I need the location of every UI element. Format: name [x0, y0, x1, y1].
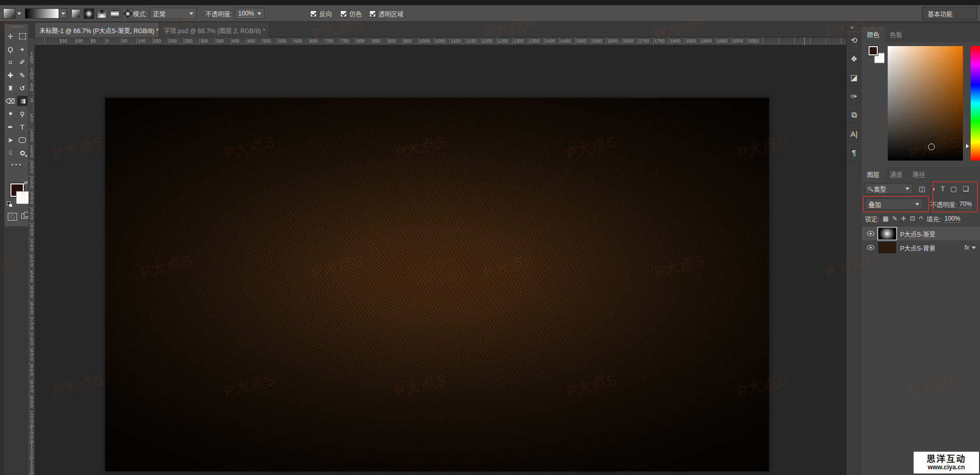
document-tab-active[interactable]: 未标题-1 @ 66.7% (P大点S-渐变, RGB/8) * ×	[35, 23, 159, 37]
swap-colors-icon[interactable]: ⇄	[23, 180, 27, 185]
shape-tool[interactable]	[17, 135, 27, 145]
path-selection-tool[interactable]: ➤	[5, 135, 16, 145]
gradient-tool[interactable]	[17, 96, 27, 106]
ruler-tick-label: 1700	[639, 38, 649, 44]
opacity-select[interactable]: 100%	[235, 8, 264, 19]
dodge-tool[interactable]: ⚲	[17, 109, 27, 119]
layer-effects-fx-badge[interactable]: fx	[964, 244, 969, 251]
tab-swatches[interactable]: 色板	[885, 27, 907, 42]
ruler-tick-label: 250	[29, 176, 34, 189]
type-tool[interactable]: T	[17, 122, 27, 132]
brush-tool[interactable]: ✎	[17, 70, 27, 80]
document-tab-title: 字效.psd @ 66.7% (图层 2, RGB/8) *	[164, 26, 265, 35]
document-tab-title: 未标题-1 @ 66.7% (P大点S-渐变, RGB/8) *	[39, 26, 159, 35]
ruler-tick-label: 2000	[733, 38, 743, 44]
angle-gradient-button[interactable]	[96, 8, 107, 19]
layer-filter-type-select[interactable]: 类型	[865, 183, 913, 194]
lasso-tool[interactable]: Ϙ	[5, 44, 16, 54]
background-color-swatch[interactable]	[16, 191, 29, 204]
layer-name: P大点S-渐变	[900, 229, 935, 238]
blend-mode-select[interactable]: 正常	[150, 8, 197, 19]
clone-source-panel-icon[interactable]: ⧉	[846, 106, 862, 124]
document-tab-inactive[interactable]: 字效.psd @ 66.7% (图层 2, RGB/8) * ×	[160, 23, 269, 37]
gradient-picker[interactable]	[25, 5, 67, 22]
layer-row-selected[interactable]: P大点S-渐变	[862, 227, 980, 240]
filter-type-layers-icon[interactable]: T	[941, 185, 945, 193]
gradient-tool-preset-icon	[3, 8, 16, 19]
ruler-origin-corner[interactable]	[29, 38, 35, 45]
move-tool[interactable]: ✛	[5, 31, 16, 41]
crop-tool[interactable]: ⌗	[5, 57, 16, 67]
chevron-down-icon[interactable]	[972, 247, 976, 249]
more-tools-button[interactable]: • • •	[5, 162, 28, 167]
ruler-tick-label: 1950	[717, 38, 727, 44]
character-panel-icon[interactable]: A|	[846, 124, 862, 143]
saturation-brightness-field[interactable]	[888, 46, 963, 161]
layer-opacity-value[interactable]: 70%	[959, 200, 972, 208]
tab-layers[interactable]: 图层	[862, 167, 885, 182]
lock-artboard-icon[interactable]: ⊡	[910, 215, 915, 222]
layer-visibility-eye-icon[interactable]	[867, 245, 874, 250]
eraser-tool[interactable]: ⌫	[5, 96, 16, 106]
ruler-tick-label: 1050	[435, 38, 445, 44]
tool-preset-picker[interactable]	[3, 5, 21, 22]
quick-selection-tool[interactable]: ⌖	[17, 44, 27, 54]
filter-smart-objects-icon[interactable]: ❏	[962, 185, 969, 193]
history-brush-tool[interactable]: ↺	[17, 83, 27, 93]
transparency-checkbox[interactable]: 透明区域	[369, 5, 403, 22]
brush-panel-icon[interactable]: ✑	[846, 87, 862, 106]
canvas[interactable]	[105, 98, 769, 471]
adjustments-panel-icon[interactable]: ◪	[846, 68, 862, 87]
paragraph-panel-icon[interactable]: ¶	[846, 143, 862, 162]
workspace-switcher-button[interactable]: 基本功能	[922, 7, 977, 20]
tab-paths[interactable]: 路径	[907, 167, 930, 182]
color-field-cursor[interactable]	[928, 143, 935, 150]
clone-stamp-tool[interactable]: ♜	[5, 83, 16, 93]
linear-gradient-button[interactable]	[71, 8, 81, 19]
ruler-tick-label: 650	[29, 301, 34, 314]
filter-shape-layers-icon[interactable]: ▢	[950, 185, 957, 193]
collapse-panels-icon[interactable]: «	[850, 24, 853, 30]
lock-paint-icon[interactable]: ✎	[892, 215, 898, 222]
foreground-color-swatch[interactable]	[868, 46, 878, 56]
fill-value[interactable]: 100%	[944, 215, 960, 223]
hue-slider-arrow-icon[interactable]	[966, 144, 969, 148]
pen-tool[interactable]: ✒	[5, 122, 16, 132]
ruler-tick-label: 1100	[451, 38, 460, 44]
lock-transparency-icon[interactable]: ▦	[883, 215, 888, 222]
ruler-tick-label: 100	[75, 38, 83, 44]
history-panel-icon[interactable]: ⟲	[846, 31, 862, 50]
layer-thumbnail-gradient[interactable]	[878, 228, 896, 239]
properties-panel-icon[interactable]: ❖	[846, 50, 862, 68]
healing-brush-tool[interactable]: ✚	[5, 70, 16, 80]
dither-checkbox[interactable]: 仿色	[340, 5, 362, 22]
ruler-tick-label: 950	[404, 38, 412, 44]
hand-tool[interactable]: ☟	[5, 148, 16, 158]
ruler-cursor-indicator	[804, 38, 805, 45]
layer-row[interactable]: P大点S-背景 fx	[862, 241, 980, 254]
hue-ramp[interactable]	[971, 46, 980, 161]
radial-gradient-button[interactable]	[83, 8, 94, 19]
panel-grip[interactable]	[10, 25, 23, 29]
reflected-gradient-button[interactable]	[109, 8, 120, 19]
ruler-tick-label: 550	[29, 270, 34, 282]
toolbox-panel: ✛Ϙ⌖⌗✐✚✎♜↺⌫♠⚲✒T➤☟ • • • ⇄	[4, 24, 29, 227]
zoom-tool[interactable]	[17, 148, 27, 158]
tab-channels[interactable]: 通道	[885, 167, 907, 182]
reverse-checkbox[interactable]: 反向	[310, 5, 332, 22]
filter-pixel-layers-icon[interactable]: ◫	[919, 185, 925, 193]
marquee-tool[interactable]	[17, 31, 27, 41]
eyedropper-tool[interactable]: ✐	[17, 57, 27, 67]
filter-adjustment-layers-icon[interactable]: ◑	[931, 185, 935, 193]
blur-tool[interactable]: ♠	[5, 109, 16, 119]
layer-visibility-eye-icon[interactable]	[867, 231, 874, 236]
layer-blend-mode-select[interactable]: 叠加	[865, 198, 923, 210]
lock-position-icon[interactable]: ✛	[901, 215, 906, 222]
ruler-tick-label: 1400	[545, 38, 555, 44]
diamond-gradient-button[interactable]	[122, 8, 133, 19]
layer-thumbnail-background[interactable]	[878, 242, 896, 253]
default-colors-icon[interactable]	[7, 201, 12, 207]
blend-mode-label: 模式:	[133, 9, 147, 18]
quick-mask-button[interactable]	[8, 213, 17, 221]
tab-color[interactable]: 颜色	[862, 27, 885, 42]
